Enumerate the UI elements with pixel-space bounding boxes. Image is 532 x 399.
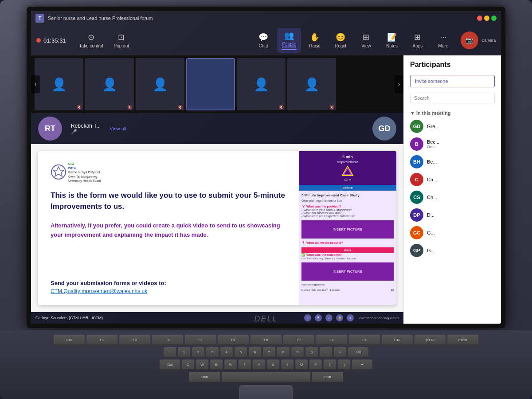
key-f8[interactable]: F8 [316, 335, 347, 345]
key-5[interactable]: 5 [235, 347, 247, 358]
key-f1[interactable]: F1 [86, 335, 117, 345]
key-prtsc[interactable]: prt sc [415, 335, 446, 345]
trackpad[interactable] [239, 385, 293, 399]
key-w[interactable]: W [196, 360, 208, 370]
key-f9[interactable]: F9 [349, 335, 380, 345]
key-f5[interactable]: F5 [218, 335, 249, 345]
info-bec: Bec... Orc... [427, 139, 495, 149]
window-title: Senior nurse and Lead nurse Professional… [48, 16, 153, 21]
key-enter[interactable]: ↵ [352, 360, 372, 370]
key-esc[interactable]: Esc [54, 335, 85, 345]
sidebar-title: Participants [404, 55, 501, 72]
form-q1: ❓ What was the problem? • What were your… [301, 205, 394, 218]
minimize-btn[interactable] [484, 16, 489, 21]
key-backspace[interactable]: ⌫ [348, 347, 368, 358]
participants-strip: ‹ 👤 🔇 👤 🔇 👤 🔇 [31, 55, 403, 113]
participant-search-input[interactable] [410, 93, 495, 103]
icon-home: ⌂ [304, 314, 311, 321]
key-bracket-r[interactable]: ] [338, 360, 350, 370]
key-e[interactable]: E [210, 360, 223, 370]
key-0[interactable]: 0 [305, 347, 318, 358]
key-3[interactable]: 3 [206, 347, 219, 358]
key-y[interactable]: Y [253, 360, 265, 370]
key-f7[interactable]: F7 [283, 335, 314, 345]
key-backtick[interactable]: ` [164, 347, 176, 358]
view-icon: ⊞ [363, 32, 369, 42]
key-p[interactable]: P [309, 360, 322, 370]
raise-tab-button[interactable]: ✋ Raise [303, 30, 327, 51]
apps-tab-button[interactable]: ⊞ Apps [406, 30, 430, 51]
key-f3[interactable]: F3 [152, 335, 183, 345]
participant-item-bec[interactable]: B Bec... Orc... [404, 135, 501, 153]
key-r[interactable]: R [224, 360, 237, 370]
speaker2-initials: GD [379, 124, 391, 133]
key-f6[interactable]: F6 [250, 335, 282, 345]
key-equals[interactable]: = [334, 347, 346, 358]
take-control-button[interactable]: ⊙ Take control [75, 30, 108, 51]
key-f10[interactable]: F10 [382, 335, 413, 345]
participant-item-ca[interactable]: C Ca... [404, 171, 501, 188]
name-bec: Bec... [427, 139, 495, 145]
key-minus[interactable]: - [320, 347, 332, 358]
close-btn[interactable] [477, 16, 482, 21]
key-i[interactable]: I [281, 360, 293, 370]
raise-icon: ✋ [310, 32, 320, 42]
camera-button[interactable]: 📷 [461, 31, 478, 49]
key-shift-r[interactable]: Shift [312, 372, 343, 383]
key-shift-l[interactable]: Shift [189, 372, 220, 383]
key-home[interactable]: home [447, 335, 478, 345]
view-all-button[interactable]: View all [110, 126, 126, 131]
slide-form-header: 5 min Improvement ICTM [299, 151, 396, 185]
key-f4[interactable]: F4 [185, 335, 216, 345]
people-icon: 👥 [284, 31, 294, 40]
react-tab-button[interactable]: 😊 React [329, 30, 352, 51]
name-gd: Gre... [427, 124, 495, 129]
window-controls [477, 16, 497, 21]
key-8[interactable]: 8 [277, 347, 289, 358]
teams-toolbar: 01:35:31 ⊙ Take control ⊡ Pop out 💬 Chat [31, 25, 501, 55]
notes-label: Notes [386, 43, 398, 48]
key-space[interactable] [222, 372, 310, 383]
participant-item-bh[interactable]: BH Be... [404, 153, 501, 171]
prev-participant-button[interactable]: ‹ [31, 75, 40, 93]
slide-right: 5 min Improvement ICTM [299, 151, 396, 305]
avatar-gp: GP [410, 244, 423, 257]
key-o[interactable]: O [295, 360, 308, 370]
invite-button[interactable]: Invite someone [410, 75, 495, 87]
next-participant-button[interactable]: › [395, 75, 403, 93]
key-9[interactable]: 9 [291, 347, 304, 358]
name-gp: G... [427, 248, 495, 253]
key-tab[interactable]: Tab [160, 360, 180, 370]
key-1[interactable]: 1 [178, 347, 190, 358]
chat-tab-button[interactable]: 💬 Chat [251, 30, 275, 51]
speaker-info: Rebekah T... 🎤 [71, 123, 101, 135]
react-label: React [335, 43, 346, 48]
chat-icon: 💬 [258, 32, 268, 42]
pop-out-button[interactable]: ⊡ Pop out [110, 30, 133, 51]
key-q[interactable]: Q [182, 360, 194, 370]
key-t[interactable]: T [239, 360, 251, 370]
right-sidebar: Participants Invite someone ▼ In this me… [403, 55, 501, 324]
view-tab-button[interactable]: ⊞ View [354, 30, 378, 51]
key-u[interactable]: U [267, 360, 279, 370]
more-options-button[interactable]: ··· More [431, 30, 455, 51]
key-7[interactable]: 7 [263, 347, 275, 358]
key-6[interactable]: 6 [249, 347, 261, 358]
sidebar-invite-area: Invite someone [404, 72, 501, 90]
key-f2[interactable]: F2 [119, 335, 150, 345]
key-bracket-l[interactable]: [ [324, 360, 336, 370]
participant-item-gp[interactable]: GP G... [404, 242, 501, 259]
name-cs: Ch... [427, 195, 495, 200]
name-bh: Be... [427, 159, 495, 164]
key-4[interactable]: 4 [220, 347, 233, 358]
participant-item-gc[interactable]: GC G... [404, 224, 501, 242]
thumb-bg-3: 👤 [136, 58, 184, 110]
maximize-btn[interactable] [491, 16, 497, 21]
section-label: ▼ In this meeting [404, 109, 501, 117]
key-2[interactable]: 2 [192, 347, 204, 358]
participant-item-cs[interactable]: CS Ch... [404, 188, 501, 206]
people-tab-button[interactable]: 👥 People [277, 28, 301, 53]
participant-item-dp[interactable]: DP D... [404, 206, 501, 224]
participant-item-gd[interactable]: GD Gre... [404, 117, 501, 135]
notes-tab-button[interactable]: 📝 Notes [380, 30, 404, 51]
